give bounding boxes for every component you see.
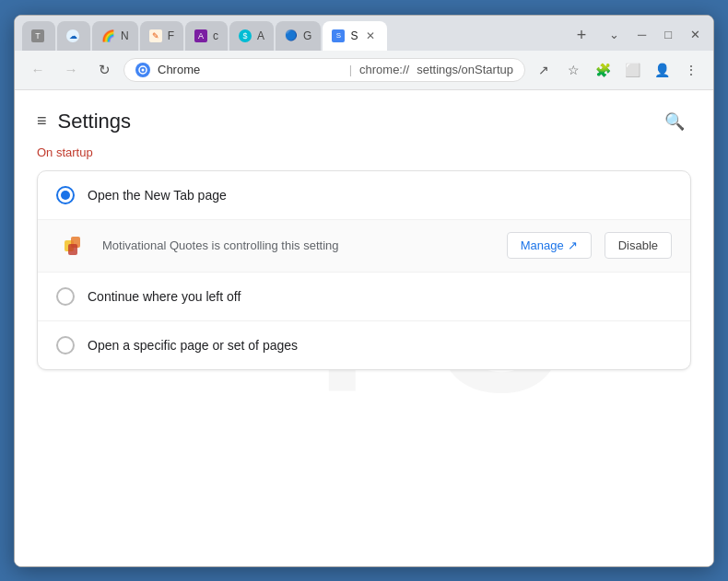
option-specific-label: Open a specific page or set of pages: [88, 338, 672, 353]
page-content: PC ≡ Settings 🔍 On startup Open the New …: [15, 90, 713, 566]
radio-continue[interactable]: [56, 287, 75, 306]
share-button[interactable]: ↗: [531, 57, 557, 83]
option-continue-row[interactable]: Continue where you left off: [38, 273, 690, 321]
tab-5[interactable]: A c: [185, 21, 228, 51]
menu-button[interactable]: ⋮: [678, 57, 704, 83]
tab-8-close[interactable]: ✕: [363, 28, 378, 44]
tab-3-label: N: [121, 29, 129, 42]
title-bar: T ☁ 🌈 N ✎ F A c $ A 🔵 G: [15, 16, 713, 51]
split-view-button[interactable]: ⬜: [619, 57, 645, 83]
tab-6-label: A: [257, 29, 264, 42]
startup-options-card: Open the New Tab page Motivational Quote…: [37, 170, 691, 370]
browser-toolbar: ← → ↻ Chrome | chrome://settings/onStart…: [15, 51, 713, 90]
settings-title-row: ≡ Settings: [37, 110, 131, 134]
browser-name: Chrome: [158, 63, 342, 76]
tab-6[interactable]: $ A: [229, 21, 274, 51]
dropdown-button[interactable]: ⌄: [604, 26, 625, 43]
tab-3[interactable]: 🌈 N: [92, 21, 138, 51]
radio-specific[interactable]: [56, 336, 75, 354]
tab-7[interactable]: 🔵 G: [276, 21, 321, 51]
toolbar-actions: ↗ ☆ 🧩 ⬜ 👤 ⋮: [531, 57, 704, 83]
tab-8-label: S: [350, 29, 358, 42]
manage-extension-button[interactable]: Manage ↗: [507, 232, 592, 259]
tab-2[interactable]: ☁: [57, 21, 90, 51]
radio-new-tab-inner: [61, 191, 70, 200]
tab-6-favicon: $: [239, 29, 252, 42]
tab-2-favicon: ☁: [66, 29, 79, 42]
disable-extension-button[interactable]: Disable: [605, 232, 672, 259]
tab-5-favicon: A: [194, 29, 207, 42]
tab-7-favicon: 🔵: [285, 29, 298, 41]
svg-point-1: [142, 68, 145, 71]
settings-header: ≡ Settings 🔍: [15, 90, 713, 145]
tab-5-label: c: [213, 29, 218, 42]
url-path: settings/onStartup: [417, 63, 513, 76]
tab-1-favicon: T: [31, 29, 44, 42]
address-separator: |: [349, 63, 352, 76]
option-new-tab-row[interactable]: Open the New Tab page: [38, 171, 690, 220]
forward-button[interactable]: →: [57, 56, 85, 84]
tab-7-label: G: [303, 29, 311, 42]
tab-4[interactable]: ✎ F: [140, 21, 183, 51]
tab-4-favicon: ✎: [149, 29, 162, 42]
radio-new-tab[interactable]: [56, 186, 75, 204]
close-button[interactable]: ✕: [685, 26, 706, 43]
tab-4-label: F: [168, 29, 174, 42]
tab-strip: T ☁ 🌈 N ✎ F A c $ A 🔵 G: [22, 21, 567, 51]
settings-search-button[interactable]: 🔍: [658, 105, 691, 138]
extension-control-row: Motivational Quotes is controlling this …: [38, 220, 690, 273]
motivational-quotes-icon: [62, 233, 88, 259]
extensions-button[interactable]: 🧩: [590, 57, 616, 83]
disable-label: Disable: [618, 238, 658, 252]
url-prefix: chrome://: [359, 63, 409, 76]
tab-3-favicon: 🌈: [101, 29, 115, 42]
browser-window: T ☁ 🌈 N ✎ F A c $ A 🔵 G: [14, 15, 714, 567]
new-tab-button[interactable]: +: [569, 23, 594, 49]
profile-button[interactable]: 👤: [649, 57, 675, 83]
tab-8-active[interactable]: S S ✕: [323, 21, 387, 51]
option-continue-label: Continue where you left off: [88, 289, 672, 304]
manage-external-icon: ↗: [568, 238, 578, 252]
back-button[interactable]: ←: [24, 56, 52, 84]
site-security-icon: [135, 63, 150, 77]
minimize-button[interactable]: ─: [632, 26, 652, 43]
manage-label: Manage: [521, 238, 564, 252]
option-specific-row[interactable]: Open a specific page or set of pages: [38, 321, 690, 369]
page-inner: On startup Open the New Tab page: [15, 145, 713, 392]
tab-8-favicon: S: [332, 29, 345, 42]
hamburger-menu-icon[interactable]: ≡: [37, 111, 47, 131]
page-title: Settings: [58, 110, 132, 134]
window-controls: ⌄ ─ □ ✕: [604, 26, 706, 51]
section-label: On startup: [37, 145, 691, 159]
tab-1[interactable]: T: [22, 21, 55, 51]
svg-rect-4: [68, 244, 77, 255]
reload-button[interactable]: ↻: [90, 56, 118, 84]
extension-control-label: Motivational Quotes is controlling this …: [102, 238, 494, 252]
option-new-tab-label: Open the New Tab page: [88, 188, 672, 203]
maximize-button[interactable]: □: [659, 26, 677, 43]
bookmark-button[interactable]: ☆: [560, 57, 586, 83]
address-bar[interactable]: Chrome | chrome://settings/onStartup: [123, 58, 525, 82]
extension-icon: [60, 231, 89, 261]
